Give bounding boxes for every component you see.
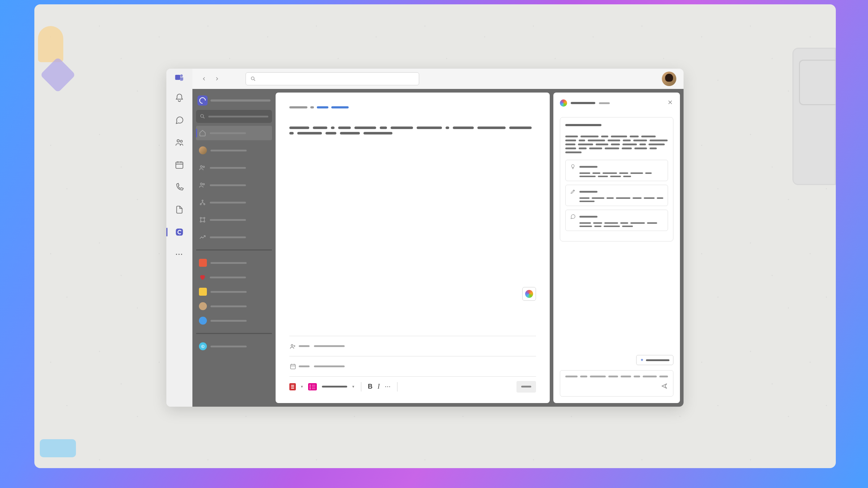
svg-point-17: [200, 221, 201, 222]
toolbar-action-button[interactable]: [516, 381, 536, 393]
side-item-nodes[interactable]: [196, 213, 272, 227]
chat-icon: [570, 214, 576, 219]
copilot-suggestion[interactable]: [565, 160, 668, 181]
svg-point-16: [204, 217, 205, 218]
side-item-home[interactable]: [196, 126, 272, 140]
copilot-panel: ✦: [553, 93, 680, 403]
nav-back-button[interactable]: [200, 74, 208, 83]
copilot-send-button[interactable]: [661, 382, 668, 391]
workspace-title: [210, 99, 271, 102]
toolbar-notes-button[interactable]: [289, 383, 296, 390]
toolbar-announce-button[interactable]: [308, 383, 317, 390]
svg-rect-20: [290, 364, 295, 369]
bg-window-peek: [792, 48, 836, 185]
nav-forward-button[interactable]: [213, 74, 221, 83]
home-icon: [199, 129, 206, 137]
side-item-help[interactable]: ©: [196, 339, 272, 354]
meta-row-location[interactable]: [289, 356, 536, 376]
people-icon: [199, 181, 206, 189]
app-rail: ···: [166, 69, 192, 407]
copilot-prompt-input[interactable]: [560, 370, 673, 397]
person-avatar-icon: [199, 146, 207, 154]
teams-app-window: ···: [166, 69, 684, 407]
svg-point-13: [200, 204, 201, 205]
meta-row-people[interactable]: [289, 336, 536, 356]
copilot-icon: [560, 99, 567, 107]
user-avatar[interactable]: [662, 72, 676, 86]
copilot-close-button[interactable]: [667, 99, 673, 107]
toolbar-font-picker[interactable]: [322, 386, 347, 388]
chevron-down-icon[interactable]: ▾: [301, 384, 303, 389]
copilot-intro-card: [560, 117, 673, 241]
pencil-icon: [570, 189, 576, 194]
svg-point-8: [200, 166, 202, 167]
side-item-icon: [199, 302, 207, 310]
toolbar-italic-button[interactable]: I: [378, 383, 380, 390]
copilot-suggestion-chip[interactable]: ✦: [636, 355, 673, 365]
people-icon: [199, 164, 206, 171]
copilot-title: [571, 102, 595, 104]
side-item-group-1[interactable]: [196, 160, 272, 175]
svg-point-7: [201, 115, 204, 117]
people-add-icon: [289, 343, 297, 350]
copilot-greeting: [565, 124, 601, 126]
document-body[interactable]: [289, 127, 536, 134]
loop-editor: ▾ ▾ B I ···: [276, 93, 550, 403]
side-item-org[interactable]: [196, 195, 272, 210]
global-search-input[interactable]: [246, 72, 419, 85]
svg-point-10: [200, 183, 202, 185]
svg-point-12: [202, 200, 203, 201]
svg-point-14: [204, 204, 205, 205]
copilot-suggestion[interactable]: [565, 185, 668, 206]
side-secondary-item[interactable]: [196, 284, 272, 299]
search-icon: [200, 114, 205, 119]
trend-icon: [199, 234, 206, 241]
rail-calls[interactable]: [172, 180, 187, 194]
bulb-icon: [570, 164, 576, 170]
nodes-icon: [199, 216, 206, 223]
svg-point-9: [203, 166, 204, 167]
side-separator: [196, 249, 272, 251]
send-icon: [661, 382, 668, 390]
rail-activity[interactable]: [172, 90, 187, 105]
copilot-suggestion[interactable]: [565, 210, 668, 231]
side-secondary-item[interactable]: [196, 270, 272, 284]
bg-decor-brush: [38, 26, 63, 62]
rail-chat[interactable]: [172, 113, 187, 127]
svg-point-15: [200, 217, 201, 218]
rail-loop[interactable]: [172, 225, 187, 239]
side-item-group-2[interactable]: [196, 178, 272, 192]
chevron-down-icon[interactable]: ▾: [352, 384, 354, 389]
loop-side-panel: ©: [196, 93, 272, 403]
side-item-icon: [199, 274, 206, 281]
copilot-subtitle: [599, 102, 610, 104]
breadcrumb[interactable]: [289, 106, 536, 108]
copyright-icon: ©: [199, 342, 207, 350]
org-icon: [199, 199, 206, 206]
side-item-icon: [199, 317, 207, 325]
content-area: ©: [192, 89, 684, 407]
rail-files[interactable]: [172, 202, 187, 217]
calendar-icon: [289, 363, 297, 370]
rail-calendar[interactable]: [172, 158, 187, 172]
sparkle-icon: ✦: [640, 358, 644, 363]
side-item-icon: [199, 259, 207, 267]
side-item-trend[interactable]: [196, 230, 272, 244]
side-item-person[interactable]: [196, 143, 272, 158]
loop-workspace-icon[interactable]: [197, 95, 208, 106]
svg-point-18: [204, 221, 205, 222]
side-search-input[interactable]: [196, 110, 272, 123]
toolbar-more-button[interactable]: ···: [385, 384, 391, 390]
copilot-fab-button[interactable]: [522, 287, 536, 301]
titlebar: [192, 69, 684, 89]
svg-point-1: [180, 74, 183, 77]
rail-more[interactable]: ···: [172, 247, 187, 262]
svg-point-19: [291, 344, 293, 346]
close-icon: [667, 99, 673, 106]
copilot-icon: [525, 290, 533, 298]
toolbar-bold-button[interactable]: B: [368, 383, 373, 390]
side-secondary-item[interactable]: [196, 313, 272, 328]
side-secondary-item[interactable]: [196, 299, 272, 313]
rail-teams[interactable]: [172, 135, 187, 150]
side-secondary-item[interactable]: [196, 256, 272, 270]
